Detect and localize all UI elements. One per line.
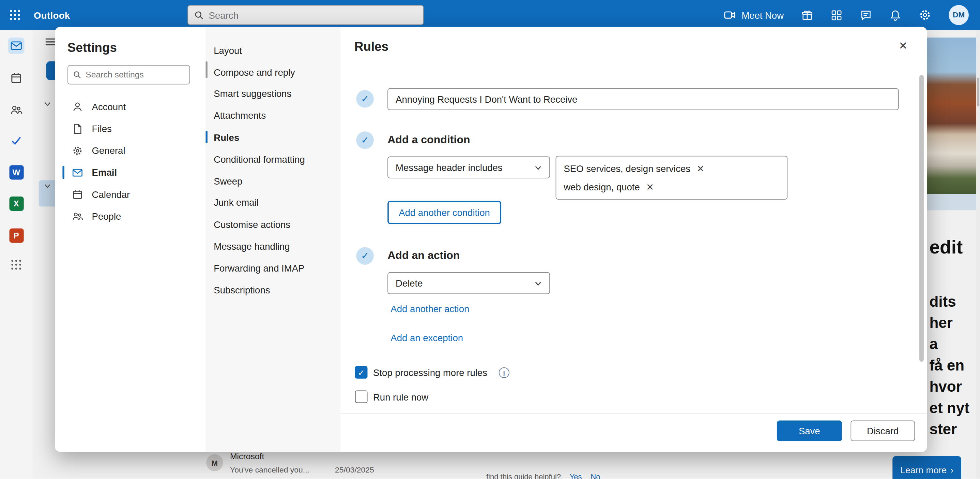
category-compose-and-reply[interactable]: Compose and reply [205,61,340,83]
nav-label: Email [92,167,117,178]
chevron-down-icon [534,279,542,287]
add-an-exception-link[interactable]: Add an exception [390,332,463,343]
remove-tag-icon[interactable]: ✕ [646,182,654,192]
my-day-icon[interactable] [824,0,849,30]
condition-tag: SEO services, design services ✕ [563,163,779,174]
whats-new-icon[interactable] [795,0,819,30]
category-label: Attachments [214,110,266,121]
category-label: Rules [214,132,239,143]
category-layout[interactable]: Layout [205,40,340,61]
step-complete-icon: ✓ [356,131,374,149]
category-sweep[interactable]: Sweep [205,170,340,192]
nav-item-calendar[interactable]: Calendar [55,183,205,205]
category-junk-email[interactable]: Junk email [205,192,340,214]
info-icon[interactable]: i [499,367,509,378]
app-launcher-icon[interactable] [0,0,30,30]
calendar-icon [71,188,84,200]
rule-name-input[interactable] [387,88,899,110]
settings-category-column: Layout Compose and reply Smart suggestio… [205,27,340,452]
mail-icon [71,167,84,178]
category-label: Customise actions [214,219,290,230]
avatar-initials: DM [949,5,969,25]
category-message-handling[interactable]: Message handling [205,235,340,257]
pane-scrollbar-thumb[interactable] [920,75,924,362]
category-smart-suggestions[interactable]: Smart suggestions [205,83,340,105]
meet-now-button[interactable]: Meet Now [718,0,790,30]
condition-tag: web design, quote ✕ [563,182,779,192]
powerpoint-icon[interactable]: P [8,227,24,244]
category-label: Forwarding and IMAP [214,263,304,273]
rules-pane: Rules × ✓ ✓ Add a condition Message head… [341,27,927,452]
nav-item-files[interactable]: Files [55,118,205,139]
run-rule-now-label: Run rule now [373,392,428,402]
remove-tag-icon[interactable]: ✕ [697,164,704,174]
notifications-icon[interactable] [883,0,908,30]
category-conditional-formatting[interactable]: Conditional formatting [205,148,340,170]
account-avatar[interactable]: DM [942,0,975,30]
nav-label: Account [92,101,126,112]
nav-label: General [92,145,126,156]
tag-text: web design, quote [563,182,640,192]
outlook-app: Outlook Meet Now [0,0,980,479]
stop-processing-label: Stop processing more rules [373,367,487,378]
category-forwarding-and-imap[interactable]: Forwarding and IMAP [205,257,340,279]
nav-item-account[interactable]: Account [55,96,205,118]
category-rules[interactable]: Rules [205,126,340,148]
nav-item-people[interactable]: People [55,205,205,227]
global-search[interactable] [188,5,423,25]
category-label: Junk email [214,198,259,208]
excel-icon[interactable]: X [8,195,24,212]
stop-processing-checkbox[interactable]: ✓ [355,366,368,379]
close-icon[interactable]: × [893,36,913,56]
category-label: Layout [214,45,242,56]
category-subscriptions[interactable]: Subscriptions [205,279,340,301]
word-letter: W [9,165,24,179]
settings-nav-column: Settings Account [55,27,205,452]
mail-icon[interactable] [8,38,24,54]
step-complete-icon: ✓ [356,90,374,107]
action-dropdown-value: Delete [396,278,423,288]
nav-label: People [92,211,121,222]
save-button[interactable]: Save [777,421,842,441]
settings-gear-icon[interactable] [913,0,937,30]
nav-item-email[interactable]: Email [55,161,205,183]
search-input[interactable] [209,10,417,20]
app-header: Outlook Meet Now [0,0,980,30]
search-icon [73,70,81,79]
nav-label: Calendar [92,189,130,200]
excel-letter: X [9,196,24,211]
category-label: Subscriptions [214,284,270,295]
condition-values-box[interactable]: SEO services, design services ✕ web desi… [556,156,788,200]
feedback-icon[interactable] [854,0,878,30]
condition-dropdown-value: Message header includes [396,162,503,172]
discard-button[interactable]: Discard [851,421,915,441]
settings-title: Settings [67,41,205,55]
gear-icon [71,145,84,156]
meet-now-label: Meet Now [741,10,784,20]
settings-search-input[interactable] [86,70,185,80]
run-rule-now-checkbox[interactable] [355,391,368,403]
app-rail: W X P [0,30,32,479]
action-dropdown[interactable]: Delete [387,272,550,294]
settings-nav-list: Account Files [55,96,205,227]
add-another-condition-button[interactable]: Add another condition [387,201,501,224]
word-icon[interactable]: W [8,164,24,180]
nav-item-general[interactable]: General [55,139,205,161]
calendar-icon[interactable] [8,70,24,86]
tag-text: SEO services, design services [563,163,690,174]
todo-icon[interactable] [8,133,24,149]
pane-title: Rules [355,40,388,54]
chevron-down-icon [534,164,542,171]
settings-dialog: Settings Account [55,27,927,452]
settings-search[interactable] [67,65,190,85]
category-label: Compose and reply [214,67,295,77]
category-attachments[interactable]: Attachments [205,105,340,126]
add-another-action-link[interactable]: Add another action [390,303,469,314]
category-customise-actions[interactable]: Customise actions [205,214,340,235]
category-label: Message handling [214,241,290,251]
more-apps-icon[interactable] [8,257,24,273]
file-icon [71,123,84,134]
category-label: Conditional formatting [214,154,305,164]
people-icon[interactable] [8,102,24,118]
condition-dropdown[interactable]: Message header includes [387,156,550,179]
